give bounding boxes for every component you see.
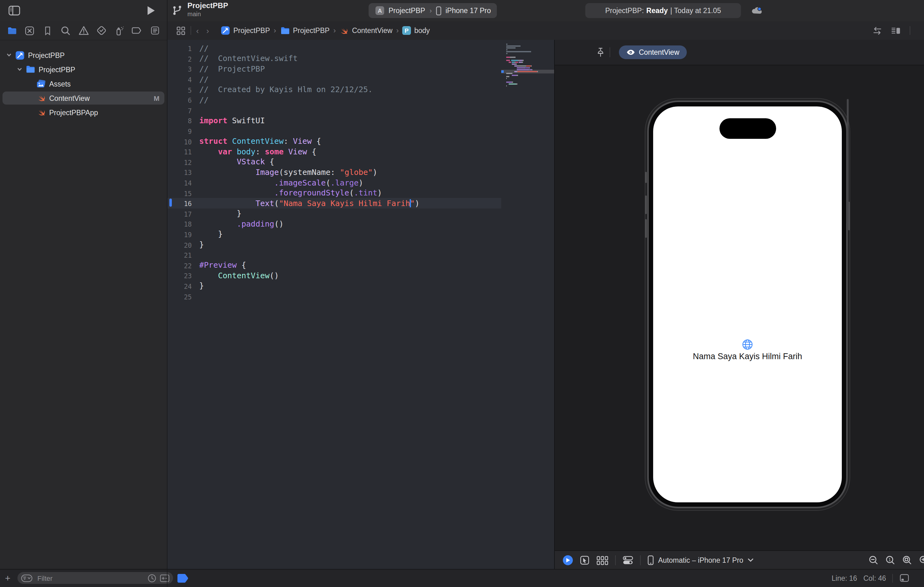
back-button[interactable]: ‹ xyxy=(196,26,199,35)
code-line-18[interactable]: 18 .padding() xyxy=(167,218,501,229)
preview-canvas: ContentView xyxy=(554,40,924,570)
code-line-3[interactable]: 3// ProjectPBP xyxy=(167,63,501,74)
code-line-1[interactable]: 1// xyxy=(167,43,501,53)
line-number: 15 xyxy=(184,190,192,197)
canvas-scrollbar[interactable] xyxy=(847,99,849,223)
code-line-24[interactable]: 24} xyxy=(167,280,501,291)
eye-icon xyxy=(626,49,635,55)
breadcrumb-ContentView[interactable]: ContentView xyxy=(340,26,393,35)
code-line-19[interactable]: 19 } xyxy=(167,229,501,239)
pin-icon[interactable] xyxy=(596,47,605,57)
breadcrumb-ProjectPBP[interactable]: ProjectPBP xyxy=(280,26,330,35)
code-line-22[interactable]: 22#Preview { xyxy=(167,260,501,270)
variants-grid-icon[interactable] xyxy=(596,556,608,565)
action-button xyxy=(645,172,647,183)
statusbar-divider xyxy=(167,570,167,587)
code-line-12[interactable]: 12 VStack { xyxy=(167,157,501,167)
status-bar: + Line: 16 Col: 46 xyxy=(0,569,924,587)
breadcrumb-ProjectPBP[interactable]: ProjectPBP xyxy=(220,26,270,35)
tree-row-ProjectPBPApp[interactable]: ProjectPBPApp xyxy=(0,105,167,120)
code-line-9[interactable]: 9 xyxy=(167,126,501,136)
code-line-7[interactable]: 7 xyxy=(167,105,501,115)
line-number: 13 xyxy=(184,169,192,176)
line-number: 24 xyxy=(184,283,192,290)
code-line-10[interactable]: 10struct ContentView: View { xyxy=(167,136,501,146)
activity-status[interactable]: ProjectPBP: Ready | Today at 21.05 xyxy=(585,3,741,18)
live-preview-button[interactable] xyxy=(563,555,573,565)
filter-input[interactable] xyxy=(36,574,144,582)
code-line-2[interactable]: 2// ContentView.swift xyxy=(167,53,501,63)
swift-icon xyxy=(340,26,349,35)
zoom-to-fit-icon[interactable] xyxy=(902,555,912,565)
line-number: 23 xyxy=(184,272,192,280)
breadcrumb-body[interactable]: Pbody xyxy=(403,26,430,35)
recent-filter-icon[interactable] xyxy=(148,574,156,582)
code-line-14[interactable]: 14 .imageScale(.large) xyxy=(167,177,501,187)
cloud-sync-icon[interactable] xyxy=(751,5,763,15)
sidebar-toggle-icon[interactable] xyxy=(8,5,21,16)
line-number: 16 xyxy=(184,200,192,207)
code-review-icon[interactable] xyxy=(872,26,882,35)
tree-row-ProjectPBP[interactable]: ProjectPBP xyxy=(0,48,167,62)
code-line-20[interactable]: 20} xyxy=(167,239,501,250)
code-line-11[interactable]: 11 var body: some View { xyxy=(167,146,501,157)
canvas-toolbar-divider xyxy=(640,555,641,565)
line-number: 5 xyxy=(188,86,192,94)
source-control-navigator-icon[interactable] xyxy=(23,24,37,37)
code-line-21[interactable]: 21 xyxy=(167,250,501,260)
jumpbar-divider xyxy=(191,26,191,35)
add-button[interactable]: + xyxy=(5,573,11,583)
zoom-out-icon[interactable] xyxy=(869,555,879,565)
tree-row-Assets[interactable]: Assets xyxy=(0,77,167,91)
bookmarks-navigator-icon[interactable] xyxy=(41,24,54,37)
volume-up-button xyxy=(645,195,647,214)
code-line-17[interactable]: 17 } xyxy=(167,208,501,218)
forward-button[interactable]: › xyxy=(206,26,209,35)
code-line-6[interactable]: 6// xyxy=(167,95,501,105)
code-area[interactable]: 1//2// ContentView.swift3// ProjectPBP4/… xyxy=(167,40,501,570)
tests-navigator-icon[interactable] xyxy=(95,24,108,37)
breakpoints-navigator-icon[interactable] xyxy=(130,24,144,37)
filter-options-icon[interactable] xyxy=(160,574,169,582)
related-items-icon[interactable] xyxy=(176,26,186,35)
canvas-tab-strip: ContentView xyxy=(555,40,924,65)
zoom-in-icon[interactable] xyxy=(919,555,924,565)
breadcrumb-separator: › xyxy=(274,26,276,35)
breakpoints-toggle[interactable] xyxy=(177,573,189,583)
issues-navigator-icon[interactable] xyxy=(77,24,90,37)
chevron-down-icon[interactable] xyxy=(14,67,24,72)
device-settings-icon[interactable] xyxy=(623,556,633,565)
code-line-23[interactable]: 23 ContentView() xyxy=(167,270,501,280)
reports-navigator-icon[interactable] xyxy=(148,24,162,37)
scheme-selector[interactable]: A ProjectPBP › iPhone 17 Pro xyxy=(369,3,497,18)
run-button[interactable] xyxy=(148,6,155,15)
minimap[interactable] xyxy=(501,40,554,570)
toolbar-divider xyxy=(167,0,167,21)
filter-field[interactable] xyxy=(17,572,173,584)
code-line-16[interactable]: 16 Text("Nama Saya Kayis Hilmi Farih") xyxy=(167,198,501,208)
code-line-13[interactable]: 13 Image(systemName: "globe") xyxy=(167,167,501,177)
tree-row-ProjectPBP[interactable]: ProjectPBP xyxy=(0,62,167,77)
tree-row-ContentView[interactable]: ContentViewM xyxy=(0,91,167,105)
line-number: 11 xyxy=(184,148,192,156)
code-line-25[interactable]: 25 xyxy=(167,291,501,301)
debug-navigator-icon[interactable] xyxy=(112,24,126,37)
preview-tab[interactable]: ContentView xyxy=(619,45,687,59)
code-line-4[interactable]: 4// xyxy=(167,74,501,84)
main-area: ProjectPBPProjectPBPAssetsContentViewMPr… xyxy=(0,21,924,570)
source-editor: 1//2// ContentView.swift3// ProjectPBP4/… xyxy=(167,40,554,570)
editor-options-icon[interactable] xyxy=(891,26,901,35)
code-line-15[interactable]: 15 .foregroundStyle(.tint) xyxy=(167,188,501,198)
canvas-body[interactable]: Nama Saya Kayis Hilmi Farih xyxy=(555,65,924,551)
preview-device-selector[interactable]: Automatic – iPhone 17 Pro xyxy=(648,555,753,565)
app-scheme-icon: A xyxy=(375,6,385,16)
project-navigator-icon[interactable] xyxy=(5,24,19,37)
editor-layout-icon[interactable] xyxy=(900,574,909,582)
find-navigator-icon[interactable] xyxy=(59,24,73,37)
chevron-down-icon[interactable] xyxy=(4,52,14,58)
line-number: 1 xyxy=(188,45,192,53)
code-line-5[interactable]: 5// Created by Kayis Hlm on 22/12/25. xyxy=(167,84,501,95)
zoom-100-icon[interactable]: 1 xyxy=(885,555,895,565)
code-line-8[interactable]: 8import SwiftUI xyxy=(167,115,501,125)
selectable-mode-icon[interactable] xyxy=(580,555,590,565)
